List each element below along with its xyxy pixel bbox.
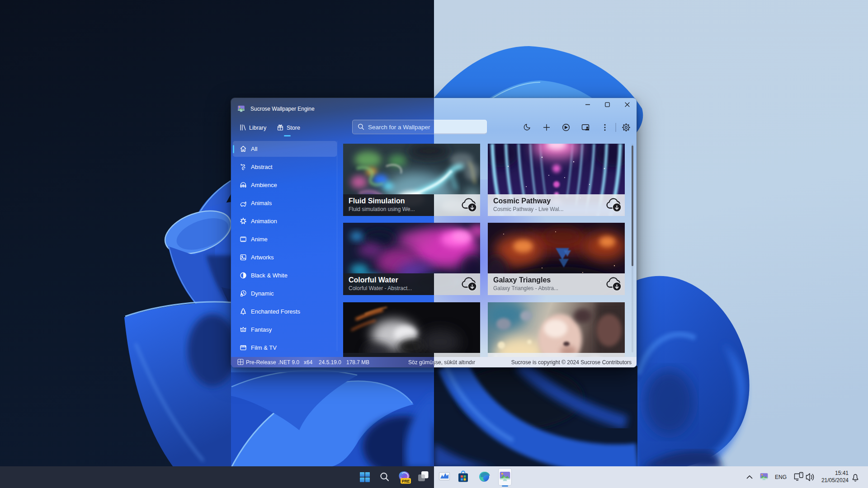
svg-text:ENG: ENG bbox=[775, 474, 787, 480]
svg-text:15:41: 15:41 bbox=[835, 470, 849, 476]
svg-text:21/05/2024: 21/05/2024 bbox=[821, 477, 849, 483]
svg-text:PRE: PRE bbox=[402, 479, 410, 483]
